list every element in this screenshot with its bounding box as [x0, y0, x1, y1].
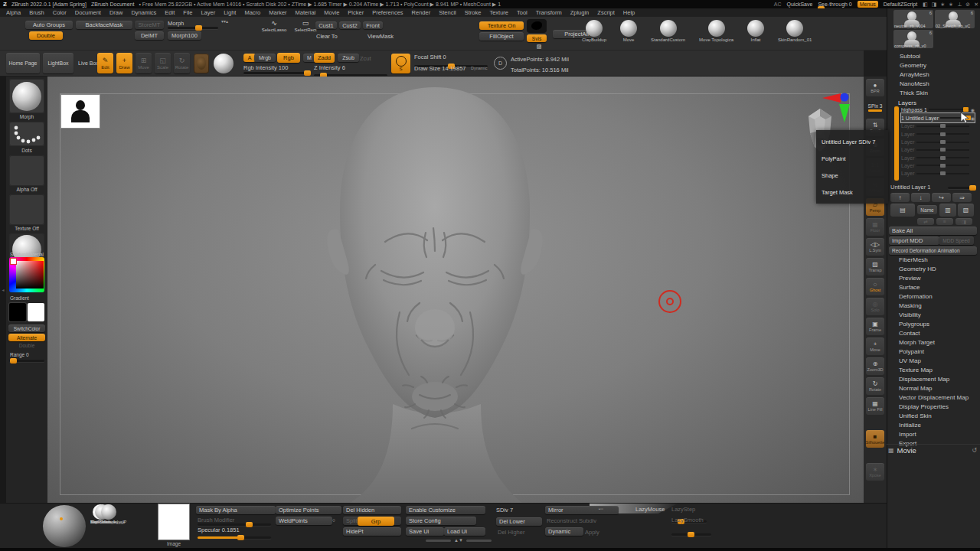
layer-intensity-slider[interactable]	[916, 165, 969, 166]
layer-tool-button[interactable]: ↓	[911, 193, 930, 202]
window-icon[interactable]: ∗	[940, 2, 945, 8]
palette-section[interactable]: Import	[887, 430, 980, 439]
menu-item[interactable]: Tool	[517, 9, 528, 16]
palette-section[interactable]: Geometry HD	[887, 265, 980, 274]
current-layer-name[interactable]: Untitled Layer 1	[890, 184, 931, 191]
front-button[interactable]: Front	[363, 21, 383, 29]
store-mt-button[interactable]: StoreMT	[135, 21, 164, 29]
saturation-square[interactable]	[16, 261, 44, 289]
context-menu-item[interactable]: PolyPaint	[822, 155, 888, 162]
brush-thumbnail[interactable]: StandardCustom	[651, 20, 685, 42]
menu-item[interactable]: File	[183, 9, 192, 16]
menu-item[interactable]: Material	[296, 9, 316, 16]
right-shelf-button[interactable]: ● BPR	[866, 79, 884, 96]
palette-section[interactable]: Displacement Map	[887, 375, 980, 384]
menu-item[interactable]: Movie	[324, 9, 339, 16]
layer-intensity-slider[interactable]	[916, 133, 969, 135]
right-shelf-button[interactable]: ▨ Transp	[866, 258, 884, 276]
window-icon[interactable]: ◨	[932, 2, 937, 8]
reconstruct-subdiv-button[interactable]: Reconstruct Subdiv	[547, 517, 596, 524]
load-ui-button[interactable]: Load Ui	[444, 527, 485, 536]
current-material-ball[interactable]	[43, 505, 86, 547]
menu-item[interactable]: Help	[623, 9, 635, 16]
home-page-button[interactable]: Home Page	[6, 53, 40, 73]
layer-extra-button[interactable]: ◨	[956, 218, 972, 225]
tool-thumbnail[interactable]: 6 02_Stretch_zb_vC	[935, 10, 975, 28]
layer-name-button[interactable]: Name	[917, 205, 937, 214]
del-higher-button[interactable]: Del Higher	[498, 529, 524, 536]
morph-slider[interactable]	[168, 27, 218, 29]
mdd-speed-slider[interactable]: MDD Speed	[939, 236, 974, 245]
layer-intensity-slider[interactable]	[916, 142, 969, 143]
layer-intensity-slider[interactable]	[916, 149, 969, 151]
right-shelf-button[interactable]: ⊕ Zoom3D	[866, 357, 884, 375]
color-picker[interactable]	[9, 257, 44, 292]
mode-button[interactable]: + Draw	[116, 53, 132, 73]
palette-section[interactable]: Polygroups	[887, 320, 980, 329]
right-shelf-button[interactable]: ◎ Solo	[866, 298, 884, 315]
dynamic-mode-icon[interactable]: D	[494, 57, 507, 70]
dynamic-button[interactable]: Dynamic	[545, 527, 583, 536]
right-shelf-button[interactable]: ▦ Line Fill	[866, 397, 884, 415]
layer-row[interactable]: Layer ◉	[901, 170, 975, 178]
document-canvas[interactable]	[47, 77, 864, 503]
titlebar-window-icons[interactable]: ◧◨∗∗⊥⊘✕	[923, 2, 978, 8]
context-menu-item[interactable]: Untitled Layer SDiv 7	[822, 139, 888, 145]
window-icon[interactable]: ⊘	[965, 2, 970, 8]
palette-section[interactable]: Subtool	[887, 52, 980, 61]
context-menu-item[interactable]: Shape	[822, 172, 888, 179]
rgb-toggle[interactable]: Rgb	[277, 53, 300, 63]
layer-tool-button[interactable]: ↑	[890, 193, 910, 202]
mirror-button[interactable]: Mirror	[545, 506, 619, 514]
alpha-thumb[interactable]	[9, 155, 44, 186]
layer-extra-button[interactable]: ≡	[936, 218, 953, 225]
specular-slider[interactable]	[198, 536, 271, 539]
del-mt-button[interactable]: DelMT	[135, 31, 164, 40]
palette-section[interactable]: Normal Map	[887, 384, 980, 393]
brush-thumbnail[interactable]: ClayBuildup	[582, 20, 606, 42]
menu-item[interactable]: Stroke	[465, 9, 482, 16]
mode-button[interactable]: ⊞ Move	[136, 53, 152, 73]
brush-thumbnail[interactable]: Inflat	[747, 20, 764, 42]
rgb-intensity-slider[interactable]	[243, 72, 309, 74]
palette-section[interactable]: NanoMesh	[887, 80, 980, 89]
menu-item[interactable]: Alpha	[6, 9, 21, 16]
palette-section[interactable]: FiberMesh	[887, 256, 980, 265]
menu-item[interactable]: Draw	[109, 9, 123, 16]
layer-tool-button[interactable]: ⇒	[952, 193, 972, 202]
layer-row[interactable]: Layer ◉	[901, 130, 975, 138]
see-through-slider[interactable]: See-through 0	[818, 2, 851, 7]
palette-section[interactable]: Deformation	[887, 292, 980, 302]
duplicate-layer-button[interactable]: ▥	[939, 204, 956, 217]
layer-row[interactable]: Layer ◉	[901, 146, 975, 154]
right-shelf-button[interactable]: ◁▷ L.Sym	[866, 238, 884, 256]
palette-section[interactable]: Surface	[887, 283, 980, 292]
menu-item[interactable]: Stencil	[439, 9, 456, 16]
right-shelf-button[interactable]: SPix 3	[866, 99, 884, 116]
menu-item[interactable]: Color	[53, 9, 67, 16]
enable-customize-button[interactable]: Enable Customize	[406, 506, 485, 514]
menu-item[interactable]: Macro	[244, 9, 260, 16]
mode-button[interactable]: ✎ Edit	[97, 53, 113, 73]
palette-section[interactable]: Display Properties	[887, 403, 980, 412]
palette-section[interactable]: Initialize	[887, 421, 980, 430]
layer-eye-icon[interactable]: ◉	[971, 107, 975, 112]
bake-all-button[interactable]: Bake All	[889, 227, 977, 235]
palette-section[interactable]: Geometry	[887, 61, 980, 70]
menus-button[interactable]: Menus	[858, 1, 878, 8]
mrgb-toggle[interactable]: Mrgb	[254, 54, 276, 62]
right-shelf-button[interactable]: ▣ Frame	[866, 318, 884, 335]
palette-section[interactable]: Visibility	[887, 311, 980, 320]
palette-section[interactable]: Polypaint	[887, 347, 980, 357]
mask-by-alpha-button[interactable]: Mask By Alpha	[196, 506, 276, 514]
palette-section[interactable]: ArrayMesh	[887, 70, 980, 80]
clear-to-button[interactable]: Clear To	[316, 33, 338, 40]
menu-item[interactable]: Layer	[201, 9, 215, 16]
quicksave-button[interactable]: QuickSave	[787, 2, 813, 7]
del-hidden-button[interactable]: Del Hidden	[343, 506, 401, 514]
select-lasso-button[interactable]: ∿ SelectLasso	[259, 20, 289, 32]
gradient-toggle[interactable]: Gradient	[6, 295, 47, 301]
menu-item[interactable]: Light	[224, 9, 236, 16]
stroke-thumb[interactable]	[9, 122, 44, 146]
switch-color-button[interactable]: SwitchColor	[8, 324, 45, 332]
